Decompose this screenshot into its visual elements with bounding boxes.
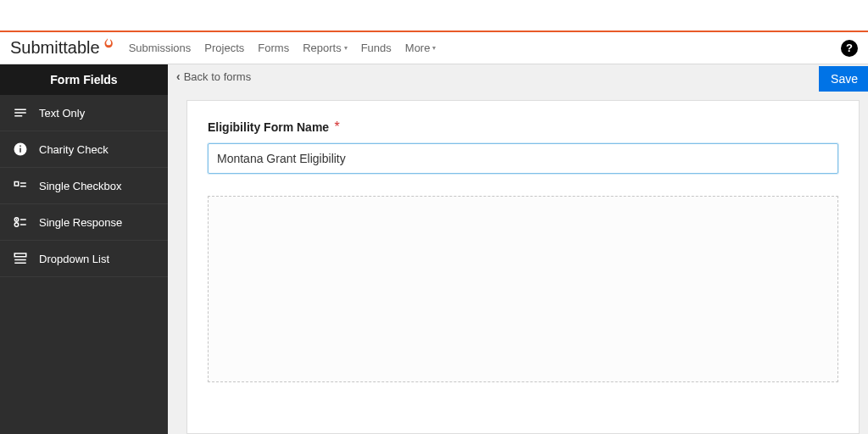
brand-logo[interactable]: Submittable bbox=[10, 38, 114, 58]
main-area: ‹ Back to forms Save Eligibility Form Na… bbox=[168, 64, 868, 434]
nav-items: Submissions Projects Forms Reports▾ Fund… bbox=[129, 42, 437, 54]
sidebar-header: Form Fields bbox=[0, 64, 168, 95]
sidebar-item-label: Single Response bbox=[39, 216, 122, 229]
form-name-input[interactable] bbox=[208, 143, 838, 174]
chevron-down-icon: ▾ bbox=[432, 44, 436, 52]
back-to-forms-link[interactable]: ‹ Back to forms bbox=[176, 70, 251, 83]
svg-rect-3 bbox=[14, 182, 19, 186]
sidebar-item-single-response[interactable]: Single Response bbox=[0, 204, 168, 241]
svg-rect-1 bbox=[19, 148, 21, 153]
sidebar-item-single-checkbox[interactable]: Single Checkbox bbox=[0, 168, 168, 204]
save-button[interactable]: Save bbox=[819, 66, 868, 92]
form-editor-card: Eligibility Form Name * bbox=[186, 100, 860, 434]
sidebar-item-label: Charity Check bbox=[39, 143, 108, 156]
svg-point-6 bbox=[16, 219, 18, 220]
back-link-label: Back to forms bbox=[184, 70, 251, 83]
nav-more[interactable]: More▾ bbox=[405, 42, 437, 54]
toolbar: ‹ Back to forms Save bbox=[168, 64, 868, 88]
brand-flame-icon bbox=[102, 37, 114, 53]
text-lines-icon bbox=[12, 105, 29, 120]
svg-rect-7 bbox=[14, 253, 26, 257]
field-dropzone[interactable] bbox=[208, 196, 838, 382]
nav-submissions[interactable]: Submissions bbox=[129, 42, 192, 54]
svg-rect-2 bbox=[19, 146, 21, 147]
chevron-left-icon: ‹ bbox=[176, 70, 181, 83]
form-name-field: Eligibility Form Name * bbox=[208, 120, 838, 174]
brand-name: Submittable bbox=[10, 38, 100, 58]
top-nav: Submittable Submissions Projects Forms R… bbox=[0, 32, 868, 64]
sidebar-item-label: Dropdown List bbox=[39, 253, 109, 265]
sidebar-item-label: Text Only bbox=[39, 107, 85, 120]
sidebar-item-text-only[interactable]: Text Only bbox=[0, 95, 168, 131]
sidebar-item-charity-check[interactable]: Charity Check bbox=[0, 131, 168, 168]
svg-point-5 bbox=[14, 223, 19, 227]
sidebar-item-label: Single Checkbox bbox=[39, 180, 122, 192]
nav-reports[interactable]: Reports▾ bbox=[303, 42, 348, 54]
radio-icon bbox=[12, 214, 29, 230]
required-asterisk: * bbox=[335, 120, 340, 134]
sidebar: Form Fields Text Only Charity Check Sing… bbox=[0, 64, 168, 434]
form-name-label: Eligibility Form Name bbox=[208, 120, 329, 134]
sidebar-item-dropdown-list[interactable]: Dropdown List bbox=[0, 241, 168, 277]
help-icon[interactable]: ? bbox=[841, 40, 858, 57]
checkbox-icon bbox=[12, 178, 29, 193]
chevron-down-icon: ▾ bbox=[344, 44, 348, 52]
dropdown-list-icon bbox=[12, 251, 29, 266]
info-circle-icon bbox=[12, 142, 29, 157]
nav-projects[interactable]: Projects bbox=[204, 42, 244, 54]
nav-funds[interactable]: Funds bbox=[361, 42, 392, 54]
nav-forms[interactable]: Forms bbox=[258, 42, 289, 54]
